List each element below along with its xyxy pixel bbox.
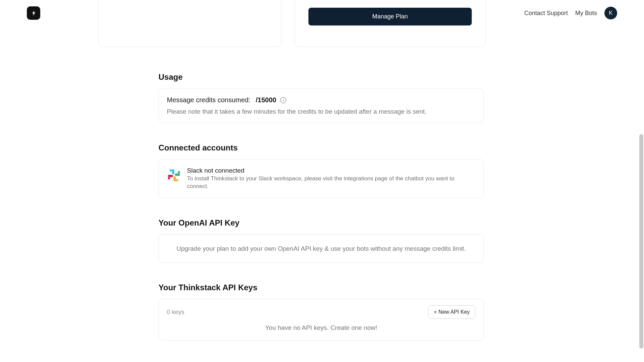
usage-limit: /15000 — [256, 96, 276, 104]
thinkstack-keys-section: Your Thinkstack API Keys 0 keys + New AP… — [159, 283, 484, 341]
openai-message: Upgrade your plan to add your own OpenAI… — [171, 244, 472, 253]
info-icon[interactable]: i — [280, 97, 286, 103]
avatar[interactable]: K — [604, 7, 617, 19]
usage-line: Message credits consumed: /15000 i — [167, 96, 476, 104]
connected-accounts-title: Connected accounts — [159, 143, 484, 153]
svg-rect-3 — [168, 175, 173, 177]
my-bots-link[interactable]: My Bots — [575, 10, 597, 17]
slack-description: To install Thinkstack to your Slack work… — [187, 175, 476, 190]
slack-icon — [167, 168, 181, 182]
contact-support-link[interactable]: Contact Support — [524, 10, 568, 17]
thinkstack-keys-title: Your Thinkstack API Keys — [159, 283, 484, 292]
svg-point-4 — [170, 169, 172, 172]
top-cards-row: Manage Plan — [98, 0, 486, 47]
usage-title: Usage — [159, 72, 484, 82]
manage-plan-button[interactable]: Manage Plan — [308, 8, 472, 25]
scrollbar-thumb[interactable] — [639, 134, 643, 349]
slack-text-block: Slack not connected To install Thinkstac… — [187, 167, 476, 190]
scrollbar-track[interactable] — [639, 20, 644, 362]
usage-section: Usage Message credits consumed: /15000 i… — [159, 72, 484, 123]
svg-point-5 — [178, 171, 180, 173]
main-content: Manage Plan Usage Message credits consum… — [128, 0, 516, 341]
openai-title: Your OpenAI API Key — [159, 218, 484, 228]
thinkstack-keys-panel: 0 keys + New API Key You have no API key… — [159, 299, 484, 341]
brand-logo-icon — [30, 9, 37, 17]
openai-section: Your OpenAI API Key Upgrade your plan to… — [159, 218, 484, 263]
usage-panel: Message credits consumed: /15000 i Pleas… — [159, 88, 484, 123]
top-card-left — [98, 0, 281, 47]
svg-rect-2 — [173, 176, 176, 181]
brand-logo[interactable] — [27, 6, 40, 20]
slack-panel: Slack not connected To install Thinkstac… — [159, 159, 484, 198]
svg-point-7 — [168, 177, 170, 180]
svg-rect-0 — [172, 169, 174, 174]
keys-count: 0 keys — [167, 309, 184, 316]
svg-point-6 — [176, 179, 178, 181]
thinkstack-keys-header: 0 keys + New API Key — [167, 305, 476, 319]
usage-label: Message credits consumed: — [167, 96, 251, 104]
usage-note: Please note that it takes a few minutes … — [167, 108, 476, 115]
connected-accounts-section: Connected accounts Slack not connected T… — [159, 143, 484, 198]
svg-rect-1 — [175, 173, 180, 176]
top-card-right: Manage Plan — [294, 0, 486, 47]
top-right-nav: Contact Support My Bots K — [524, 7, 617, 19]
openai-panel: Upgrade your plan to add your own OpenAI… — [159, 234, 484, 263]
new-api-key-button[interactable]: + New API Key — [428, 305, 475, 319]
no-keys-message: You have no API keys. Create one now! — [167, 324, 476, 331]
slack-title: Slack not connected — [187, 167, 476, 174]
